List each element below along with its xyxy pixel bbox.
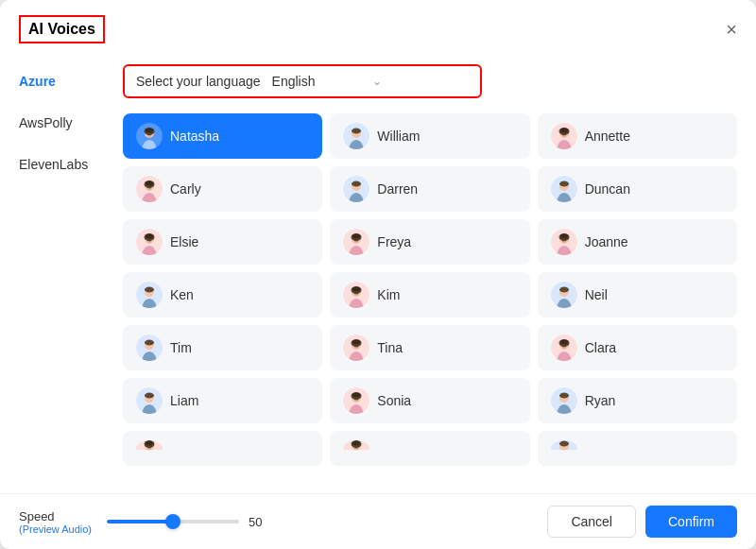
- voice-name: Ken: [170, 287, 194, 302]
- voice-item-kim[interactable]: Kim: [330, 272, 529, 317]
- svg-point-70: [352, 393, 360, 398]
- voice-name: Darren: [377, 181, 418, 197]
- voice-item-sonia[interactable]: Sonia: [330, 378, 529, 423]
- language-selector-row[interactable]: Select your language English ⌄: [123, 64, 482, 98]
- voice-name: Tim: [170, 340, 192, 355]
- avatar: [136, 440, 163, 456]
- svg-point-65: [145, 393, 154, 399]
- svg-point-17: [146, 181, 153, 186]
- svg-point-52: [145, 340, 154, 346]
- voice-item-clara[interactable]: Clara: [538, 325, 737, 370]
- voice-name: Tina: [377, 340, 403, 355]
- svg-point-33: [352, 234, 360, 239]
- speed-label-group: Speed (Preview Audio): [19, 509, 92, 535]
- voice-name: Annette: [585, 129, 630, 144]
- sidebar-item-elevenlabs[interactable]: ElevenLabs: [19, 157, 104, 172]
- voice-item-joanne[interactable]: Joanne: [538, 219, 737, 265]
- avatar: [343, 229, 369, 255]
- voice-item-more3[interactable]: [538, 431, 737, 466]
- voice-name: Carly: [170, 181, 201, 197]
- voice-name: Natasha: [170, 129, 219, 144]
- avatar: [551, 176, 577, 202]
- avatar: [551, 440, 577, 456]
- voice-name: Sonia: [377, 393, 411, 408]
- svg-point-28: [146, 234, 153, 239]
- avatar: [551, 123, 577, 149]
- chevron-down-icon: ⌄: [372, 75, 469, 88]
- voice-name: Freya: [377, 234, 411, 249]
- voice-name: William: [377, 129, 420, 144]
- footer-actions: Cancel Confirm: [547, 506, 737, 538]
- voice-name: Joanne: [585, 234, 628, 249]
- avatar: [551, 282, 577, 308]
- svg-point-57: [352, 340, 360, 345]
- modal-footer: Speed (Preview Audio) 50 Cancel Confirm: [0, 493, 756, 549]
- avatar: [551, 229, 577, 255]
- speed-label: Speed: [19, 509, 92, 523]
- close-button[interactable]: ×: [726, 20, 737, 39]
- voice-item-william[interactable]: William: [330, 113, 529, 159]
- avatar: [136, 123, 163, 149]
- voice-item-tina[interactable]: Tina: [330, 325, 529, 370]
- svg-point-20: [352, 181, 361, 187]
- avatar: [343, 176, 369, 202]
- voice-item-liam[interactable]: Liam: [123, 378, 322, 423]
- voice-item-ken[interactable]: Ken: [123, 272, 322, 317]
- voice-item-ryan[interactable]: Ryan: [538, 378, 737, 423]
- cancel-button[interactable]: Cancel: [547, 506, 636, 538]
- voice-name: Liam: [170, 393, 198, 408]
- voice-name: Clara: [585, 340, 616, 355]
- voice-name: Elsie: [170, 234, 198, 249]
- voice-item-tim[interactable]: Tim: [123, 325, 322, 370]
- avatar: [136, 335, 163, 361]
- voice-item-darren[interactable]: Darren: [330, 166, 529, 212]
- voice-item-more2[interactable]: [330, 431, 529, 466]
- voice-item-neil[interactable]: Neil: [538, 272, 737, 317]
- voice-item-elsie[interactable]: Elsie: [123, 219, 322, 265]
- svg-point-4: [146, 129, 153, 133]
- svg-point-23: [559, 181, 569, 187]
- avatar: [343, 282, 369, 308]
- speed-slider-wrap: 50: [107, 515, 532, 529]
- sidebar: Azure AwsPolly ElevenLabs: [0, 55, 123, 493]
- svg-point-62: [560, 340, 568, 345]
- svg-point-41: [145, 287, 154, 293]
- ai-voices-modal: AI Voices × Azure AwsPolly ElevenLabs Se…: [0, 0, 756, 549]
- voice-item-freya[interactable]: Freya: [330, 219, 529, 265]
- modal-header: AI Voices ×: [0, 0, 756, 55]
- sidebar-item-azure[interactable]: Azure: [19, 74, 104, 89]
- voice-name: Ryan: [585, 393, 616, 408]
- voice-item-more1[interactable]: [123, 431, 322, 466]
- confirm-button[interactable]: Confirm: [645, 506, 737, 538]
- voice-item-duncan[interactable]: Duncan: [538, 166, 737, 212]
- voices-grid: Natasha William Annette Carly Darren: [123, 113, 737, 466]
- speed-sublabel: (Preview Audio): [19, 523, 92, 535]
- svg-point-83: [352, 440, 360, 445]
- avatar: [343, 387, 369, 414]
- voice-item-carly[interactable]: Carly: [123, 166, 322, 212]
- avatar: [136, 282, 163, 308]
- avatar: [136, 387, 163, 414]
- svg-point-78: [146, 440, 153, 445]
- voice-item-natasha[interactable]: Natasha: [123, 113, 322, 159]
- avatar: [343, 123, 369, 149]
- voice-name: Kim: [377, 287, 400, 302]
- speed-slider[interactable]: [107, 520, 239, 523]
- svg-point-49: [559, 287, 569, 293]
- svg-point-73: [559, 393, 569, 399]
- sidebar-item-awspolly[interactable]: AwsPolly: [19, 115, 104, 130]
- avatar: [551, 335, 577, 361]
- avatar: [551, 387, 577, 414]
- svg-point-7: [352, 129, 361, 134]
- modal-title: AI Voices: [19, 15, 105, 43]
- avatar: [136, 176, 163, 202]
- voice-item-annette[interactable]: Annette: [538, 113, 737, 159]
- svg-point-86: [559, 440, 569, 446]
- svg-point-46: [352, 287, 360, 292]
- voice-name: Neil: [585, 287, 608, 302]
- avatar: [343, 440, 369, 456]
- modal-body: Azure AwsPolly ElevenLabs Select your la…: [0, 55, 756, 493]
- language-dropdown[interactable]: English ⌄: [272, 74, 469, 89]
- svg-point-38: [560, 234, 568, 239]
- voice-name: Duncan: [585, 181, 630, 197]
